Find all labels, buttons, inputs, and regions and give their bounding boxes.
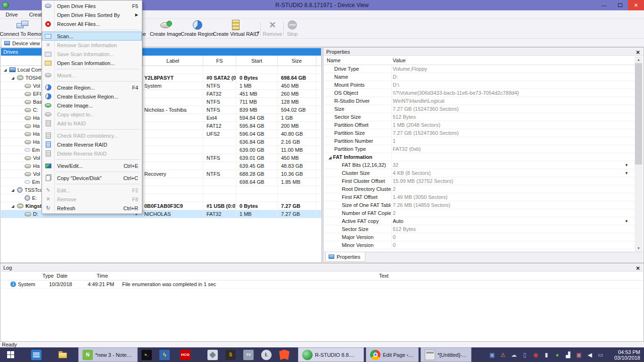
log-row[interactable]: iSystem10/3/20184:49:21 PMFile enumerati… xyxy=(1,280,643,288)
taskbar-tv-icon[interactable]: TV xyxy=(239,347,257,362)
refresh-icon: ↻ xyxy=(42,205,54,212)
menu-item-create-exclusive-region[interactable]: Create Exclusive Region... xyxy=(42,92,142,101)
property-row-number-of-fat-copies[interactable]: Number of FAT Copies2 xyxy=(324,209,635,217)
property-row-partition-size[interactable]: Partition Size7.27 GB (15247360 Sectors) xyxy=(324,129,635,137)
tray-laptop-icon[interactable]: ▯ xyxy=(521,352,528,358)
menubar-item-drive[interactable]: Drive xyxy=(0,10,24,19)
taskbar-clock[interactable]: 04:53 PM 03/10/2018 xyxy=(607,349,644,361)
tray-display-icon[interactable]: ▣ xyxy=(488,352,496,358)
property-row-cluster-size[interactable]: Cluster Size4 KB (8 Sectors)▼ xyxy=(324,169,635,177)
taskbar-explorer-icon[interactable] xyxy=(54,347,72,362)
tray-cloud-warning-icon[interactable]: ☁ xyxy=(510,352,518,358)
menu-item-view-edit[interactable]: View/Edit...Ctrl+E xyxy=(42,161,142,170)
menu-item-refresh[interactable]: ↻RefreshCtrl+R xyxy=(42,204,142,213)
taskbar-settings-icon[interactable] xyxy=(27,347,45,362)
log-column-header-text[interactable]: Text xyxy=(379,272,388,280)
property-row-mount-points[interactable]: Mount PointsD:\ xyxy=(324,81,635,89)
group-expander-icon[interactable]: ◢ xyxy=(329,156,331,160)
tab-device-view[interactable]: Device view xyxy=(1,39,45,47)
tray-usb-safe-remove-icon[interactable]: ● xyxy=(553,352,561,358)
property-row-size-of-one-fat-table[interactable]: Size of One FAT Table7.26 MB (14859 Sect… xyxy=(324,201,635,209)
log-panel-header[interactable]: Log ✕ xyxy=(1,264,643,272)
column-header-fs[interactable]: FS xyxy=(203,56,236,66)
property-row-partition-type[interactable]: Partition TypeFAT32 (0xb) xyxy=(324,145,635,153)
cell-label xyxy=(143,138,203,146)
start-button[interactable] xyxy=(0,347,21,362)
tray-battery-icon[interactable]: ▮ xyxy=(543,352,550,358)
property-row-minor-version[interactable]: Minor Version0 xyxy=(324,241,635,249)
property-row-partition-offset[interactable]: Partition Offset1 MB (2048 Sectors) xyxy=(324,121,635,129)
property-row-sector-size[interactable]: Sector Size512 Bytes xyxy=(324,225,635,233)
taskbar-chrome-window[interactable]: Edit Page ‹ Ko... xyxy=(366,347,419,362)
menu-item-open-drive-files[interactable]: Open Drive FilesF5 xyxy=(42,1,142,10)
value-dropdown-icon[interactable]: ▼ xyxy=(625,161,628,169)
scrollbar-thumb[interactable] xyxy=(635,63,642,165)
virtual-raid-dropdown-icon[interactable]: ▾ xyxy=(257,30,259,34)
property-row-active-fat-copy[interactable]: Active FAT copyAuto▼ xyxy=(324,217,635,225)
property-row-first-fat-offset[interactable]: First FAT Offset1.49 MB (3050 Sectors) xyxy=(324,193,635,201)
taskbar-rstudio-window[interactable]: R-STUDIO 8.8.... xyxy=(298,347,364,362)
tray-network-error-icon[interactable]: ▣ xyxy=(575,352,583,358)
tree-expander-icon[interactable]: ◢ xyxy=(11,202,17,210)
tree-expander-icon[interactable]: ◢ xyxy=(11,186,17,194)
property-row-partition-number[interactable]: Partition Number1 xyxy=(324,137,635,145)
create-region-button[interactable]: Create Region xyxy=(182,19,213,38)
column-header-size[interactable]: Size xyxy=(278,56,316,66)
value-dropdown-icon[interactable]: ▼ xyxy=(625,217,628,225)
menu-item-scan[interactable]: Scan... xyxy=(42,32,142,41)
tray-location-icon[interactable]: ◉ xyxy=(532,352,539,358)
property-row-major-version[interactable]: Major Version0 xyxy=(324,233,635,241)
column-header-label[interactable]: Label xyxy=(143,56,203,66)
menu-item-create-region[interactable]: Create Region...F4 xyxy=(42,83,142,92)
value-dropdown-icon[interactable]: ▼ xyxy=(625,169,628,177)
taskbar-remote-desktop-icon[interactable]: ϟ xyxy=(156,347,173,362)
menu-item-create-reverse-raid[interactable]: Create Reverse RAID xyxy=(42,140,142,149)
tray-alert-icon[interactable]: ⚠ xyxy=(499,352,507,358)
property-row-r-studio-driver[interactable]: R-Studio DriverWinNT\Handle\Logical xyxy=(324,97,635,105)
tray-signal-icon[interactable]: ▟ xyxy=(564,352,572,358)
taskbar-notepad-window[interactable]: N*new 3 - Notep... xyxy=(78,347,138,362)
properties-scrollbar[interactable]: ▲ ▼ xyxy=(635,56,643,251)
menu-item-open-scan-information[interactable]: Open Scan Information... xyxy=(42,58,142,67)
taskbar-virtualbox-icon[interactable] xyxy=(204,347,222,362)
menu-item-copy-device-disk[interactable]: Copy "Device/Disk"Ctrl+C xyxy=(42,173,142,182)
menu-item-create-image[interactable]: Create Image... xyxy=(42,101,142,110)
property-row-size[interactable]: Size7.27 GB (15247360 Sectors) xyxy=(324,105,635,113)
create-image-button[interactable]: Create Image xyxy=(150,19,181,38)
property-row-first-cluster-offset[interactable]: First Cluster Offset15.99 MB (32752 Sect… xyxy=(324,177,635,185)
tray-volume-icon[interactable]: ◀ xyxy=(586,352,594,358)
log-column-header-type[interactable]: Type xyxy=(42,272,54,280)
menu-item-recover-all-files[interactable]: Recover All Files... xyxy=(42,19,142,28)
close-button[interactable]: ✕ xyxy=(628,0,644,10)
taskbar-sublime-icon[interactable]: S xyxy=(222,347,239,362)
property-row-name[interactable]: NameD: xyxy=(324,73,635,81)
properties-panel-header[interactable]: Properties ✕ xyxy=(324,48,643,56)
connect-to-remote-button[interactable]: Connect To Remote xyxy=(1,19,44,38)
create-virtual-raid-button[interactable]: Create Virtual RAID xyxy=(215,19,256,38)
scroll-down-icon[interactable]: ▼ xyxy=(635,245,643,251)
property-row-root-directory-cluster[interactable]: Root Directory Cluster2 xyxy=(324,185,635,193)
property-row-fat-information[interactable]: ◢FAT Information xyxy=(324,153,635,161)
taskbar-cmd-icon[interactable]: >_ xyxy=(138,347,156,362)
taskbar-untitled-window[interactable]: *[Untitled]-5.0 ... xyxy=(421,347,471,362)
log-close-icon[interactable]: ✕ xyxy=(635,264,641,272)
menu-item-open-drive-files-sorted-by[interactable]: Open Drive Files Sorted By▶ xyxy=(42,10,142,19)
log-column-header-date[interactable]: Date xyxy=(57,272,67,280)
tree-expander-icon[interactable]: ◢ xyxy=(4,66,9,74)
property-row-sector-size[interactable]: Sector Size512 Bytes xyxy=(324,113,635,121)
taskbar-litecoin-icon[interactable]: Ł xyxy=(257,347,275,362)
taskbar-hcg-icon[interactable]: HCG xyxy=(176,347,194,362)
tree-expander-icon[interactable]: ◢ xyxy=(11,74,17,82)
tab-properties[interactable]: Properties xyxy=(325,252,365,262)
scroll-up-icon[interactable]: ▲ xyxy=(635,56,643,63)
property-row-drive-type[interactable]: Drive TypeVolume,Floppy xyxy=(324,65,635,73)
tray-monitor-icon[interactable]: ▭ xyxy=(597,352,604,358)
log-column-header-time[interactable]: Time xyxy=(97,272,108,280)
properties-close-icon[interactable]: ✕ xyxy=(635,49,641,56)
property-row-fat-bits-12-16-32[interactable]: FAT Bits (12,16,32)32▼ xyxy=(324,161,635,169)
minimize-button[interactable]: — xyxy=(596,0,612,10)
taskbar-brave-icon[interactable] xyxy=(275,347,293,362)
column-header-start[interactable]: Start xyxy=(236,56,278,66)
maximize-button[interactable] xyxy=(612,0,628,10)
property-row-os-object[interactable]: OS Object\\?\Volume{306d3433-bacb-11e6-b… xyxy=(324,89,635,97)
